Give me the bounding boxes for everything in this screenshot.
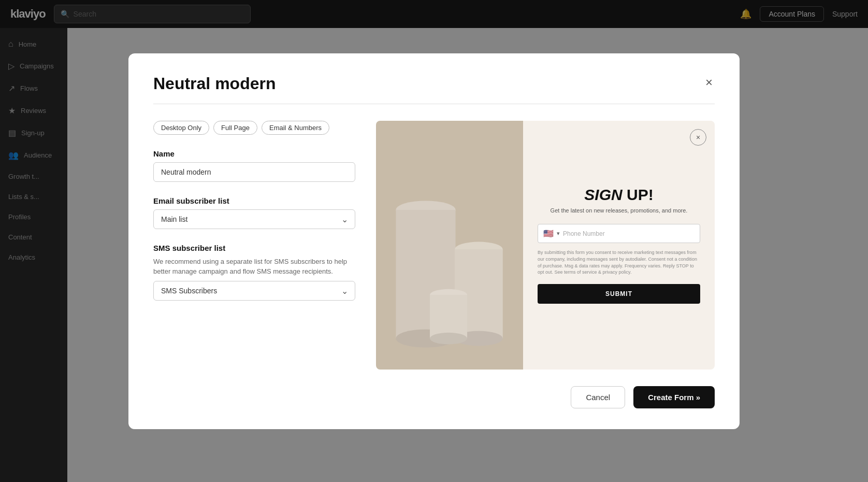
preview-submit-button[interactable]: SUBMIT [538,284,700,304]
modal-footer: Cancel Create Form » [153,386,715,408]
preview-signup-title: SIGN UP! [584,186,653,203]
email-list-form-group: Email subscriber list Main list ⌄ [153,196,355,229]
create-form-button[interactable]: Create Form » [633,386,715,408]
modal-overlay: Neutral modern × Desktop Only Full Page … [0,0,868,482]
name-input[interactable] [153,162,355,182]
preview-consent-text: By submitting this form you consent to r… [538,249,700,275]
preview-form-right: × SIGN UP! Get the latest on new release… [523,121,715,370]
phone-placeholder: Phone Number [563,230,695,237]
modal-left: Desktop Only Full Page Email & Numbers N… [153,121,355,370]
email-list-select-wrapper: Main list ⌄ [153,209,355,229]
name-form-group: Name [153,149,355,182]
modal-title: Neutral modern [153,74,276,93]
modal-preview: × SIGN UP! Get the latest on new release… [376,121,715,370]
sms-list-label: SMS subscriber list [153,244,355,252]
tag-email-numbers: Email & Numbers [262,121,329,135]
modal-close-button[interactable]: × [703,74,715,91]
preview-subtitle: Get the latest on new releases, promotio… [551,207,688,214]
preview-close-button[interactable]: × [690,129,706,146]
email-list-select[interactable]: Main list [153,209,355,229]
modal-body: Desktop Only Full Page Email & Numbers N… [153,121,715,370]
modal-divider [153,104,715,104]
preview-image-left [376,121,523,370]
modal-header: Neutral modern × [153,74,715,93]
svg-rect-8 [430,295,467,338]
sms-list-select-wrapper: SMS Subscribers ⌄ [153,281,355,301]
tag-desktop-only: Desktop Only [153,121,209,135]
name-label: Name [153,149,355,158]
cancel-button[interactable]: Cancel [571,386,625,408]
sms-list-select[interactable]: SMS Subscribers [153,281,355,301]
svg-point-9 [430,332,467,344]
phone-chevron-icon: ▾ [557,230,560,237]
sms-list-description: We recommend using a separate list for S… [153,257,355,277]
flag-icon: 🇺🇸 [543,229,554,238]
tag-full-page: Full Page [213,121,257,135]
preview-phone-input: 🇺🇸 ▾ Phone Number [538,224,700,243]
tags-row: Desktop Only Full Page Email & Numbers [153,121,355,135]
email-list-label: Email subscriber list [153,196,355,205]
modal: Neutral modern × Desktop Only Full Page … [128,53,740,429]
sms-list-form-group: SMS subscriber list We recommend using a… [153,244,355,301]
